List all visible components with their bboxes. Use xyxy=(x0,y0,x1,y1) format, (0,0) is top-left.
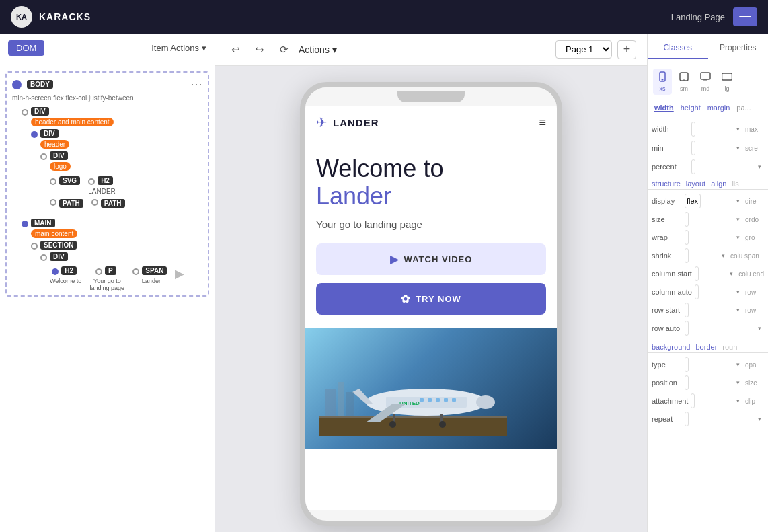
tree-h2[interactable]: H2 xyxy=(88,175,116,186)
div3-radio[interactable] xyxy=(40,153,47,160)
align-tab[interactable]: align xyxy=(711,180,726,188)
p-radio[interactable] xyxy=(95,268,102,275)
prop-row-type: type opa xyxy=(652,357,764,372)
list-tab[interactable]: lis xyxy=(732,180,738,188)
span-text: Lander xyxy=(142,278,161,284)
prop-row-shrink: shrink colu span xyxy=(652,248,764,263)
prop-select-shrink[interactable] xyxy=(685,248,689,263)
try-now-button[interactable]: ✿ TRY NOW xyxy=(316,283,546,315)
tree-path1[interactable]: PATH xyxy=(50,198,86,209)
prop-select-attachment[interactable] xyxy=(691,393,695,408)
preview-area: ✈ LANDER ≡ Welcome to Lander Your go to … xyxy=(215,66,647,532)
span-radio[interactable] xyxy=(132,268,139,275)
body-section: BODY ⋯ min-h-screen flex flex-col justif… xyxy=(5,71,209,297)
bp-lg-button[interactable]: lg xyxy=(718,69,736,95)
sidebar-toggle[interactable] xyxy=(733,7,757,26)
prop-tab-height[interactable]: height xyxy=(678,102,703,113)
redo-button[interactable]: ↪ xyxy=(250,40,269,59)
tree-div4[interactable]: DIV xyxy=(40,251,202,262)
path1-radio[interactable] xyxy=(50,199,56,206)
prop-select-display[interactable]: flex xyxy=(685,194,701,208)
tree-div-header[interactable]: DIV header xyxy=(31,128,202,150)
watch-video-button[interactable]: ▶ WATCH VIDEO xyxy=(316,243,546,275)
watch-video-icon: ▶ xyxy=(390,253,399,266)
undo-button[interactable]: ↩ xyxy=(226,40,245,59)
body-row[interactable]: BODY xyxy=(12,79,56,89)
prop-select-type[interactable] xyxy=(685,357,689,372)
tree-path2[interactable]: PATH xyxy=(91,198,128,209)
svg-rect-21 xyxy=(662,79,664,81)
path2-radio[interactable] xyxy=(91,199,98,206)
tab-dom[interactable]: DOM xyxy=(8,40,44,56)
tree-svg[interactable]: SVG xyxy=(50,175,83,186)
bp-sm-button[interactable]: sm xyxy=(675,69,693,95)
watch-video-text: WATCH VIDEO xyxy=(404,254,473,264)
structure-fields: display flex dire size ordo wrap gro xyxy=(648,190,768,340)
svg-radio[interactable] xyxy=(50,178,56,185)
prop-tab-width[interactable]: width xyxy=(652,102,677,113)
tree-div-header-main[interactable]: DIV header and main content xyxy=(22,106,202,128)
tree-main[interactable]: MAIN main content xyxy=(22,217,202,239)
svg-rect-26 xyxy=(722,73,732,80)
actions-dropdown[interactable]: Actions ▾ xyxy=(299,44,337,55)
prop-label-wrap: wrap xyxy=(652,233,682,241)
prop-label-colstart: column start xyxy=(652,270,692,278)
tab-classes[interactable]: Classes xyxy=(648,38,708,59)
prop-select-percent[interactable] xyxy=(691,159,695,174)
div2-tag: DIV xyxy=(40,129,59,138)
prop-select-wrap[interactable] xyxy=(685,230,689,245)
prop-select-size[interactable] xyxy=(685,212,689,227)
div1-radio[interactable] xyxy=(22,109,28,116)
prop-select-rowauto[interactable] xyxy=(685,321,689,336)
bg-section-tabs: background border roun xyxy=(648,340,768,353)
roun-tab[interactable]: roun xyxy=(722,343,737,351)
prop-type-tabs: width height margin pa... xyxy=(648,98,768,116)
prop-select-colauto[interactable] xyxy=(695,284,699,299)
left-panel: DOM Item Actions ▾ BODY ⋯ min-h-screen f… xyxy=(0,34,215,532)
prop-select-width[interactable] xyxy=(691,122,695,137)
add-page-button[interactable]: + xyxy=(617,40,636,59)
h2b-tag: H2 xyxy=(61,266,77,275)
h2-radio[interactable] xyxy=(88,178,95,185)
prop-label-min: min xyxy=(652,144,689,152)
div4-radio[interactable] xyxy=(40,254,47,261)
prop-select-colstart[interactable] xyxy=(695,266,699,281)
section-radio[interactable] xyxy=(31,243,38,250)
body-radio[interactable] xyxy=(12,80,22,89)
tree-h2b[interactable]: H2 xyxy=(52,265,79,276)
lander-menu-icon[interactable]: ≡ xyxy=(539,116,546,130)
h2b-radio[interactable] xyxy=(52,268,59,275)
hero-title1: Welcome to xyxy=(316,155,546,182)
struct-tab[interactable]: structure xyxy=(652,180,681,188)
main-radio[interactable] xyxy=(22,221,28,227)
prop-select-rowstart[interactable] xyxy=(685,303,689,317)
layout-tab[interactable]: layout xyxy=(686,180,705,188)
main-label: main content xyxy=(31,229,77,238)
tree-section[interactable]: SECTION xyxy=(31,239,202,251)
prop-row-position: position size xyxy=(652,375,764,390)
tab-properties[interactable]: Properties xyxy=(708,38,769,59)
history-button[interactable]: ⟳ xyxy=(274,40,293,59)
prop-colend-label: colu end xyxy=(738,270,764,278)
border-tab[interactable]: border xyxy=(696,343,718,351)
tab-item-actions[interactable]: Item Actions ▾ xyxy=(151,43,206,53)
div2-radio[interactable] xyxy=(31,131,38,138)
p-group: P Your go to landing page xyxy=(87,265,127,291)
bp-xs-label: xs xyxy=(660,85,666,92)
tree-span[interactable]: SPAN xyxy=(132,265,169,276)
prop-select-min[interactable] xyxy=(691,141,695,155)
prop-select-repeat[interactable] xyxy=(685,412,689,426)
tree-p[interactable]: P xyxy=(95,265,119,276)
page-selector[interactable]: Page 1 xyxy=(555,40,612,59)
prop-row-rowstart: row start row xyxy=(652,303,764,317)
prop-label-attachment: attachment xyxy=(652,397,688,405)
prop-select-position[interactable] xyxy=(685,375,689,390)
bg-tab[interactable]: background xyxy=(652,343,691,351)
prop-tab-margin[interactable]: margin xyxy=(705,102,733,113)
bp-md-button[interactable]: md xyxy=(696,69,715,95)
prop-label-rowstart: row start xyxy=(652,306,682,314)
tree-div-logo[interactable]: DIV logo xyxy=(40,150,202,172)
body-menu[interactable]: ⋯ xyxy=(190,77,202,91)
prop-dire-label: dire xyxy=(745,198,764,205)
bp-xs-button[interactable]: xs xyxy=(653,69,672,95)
